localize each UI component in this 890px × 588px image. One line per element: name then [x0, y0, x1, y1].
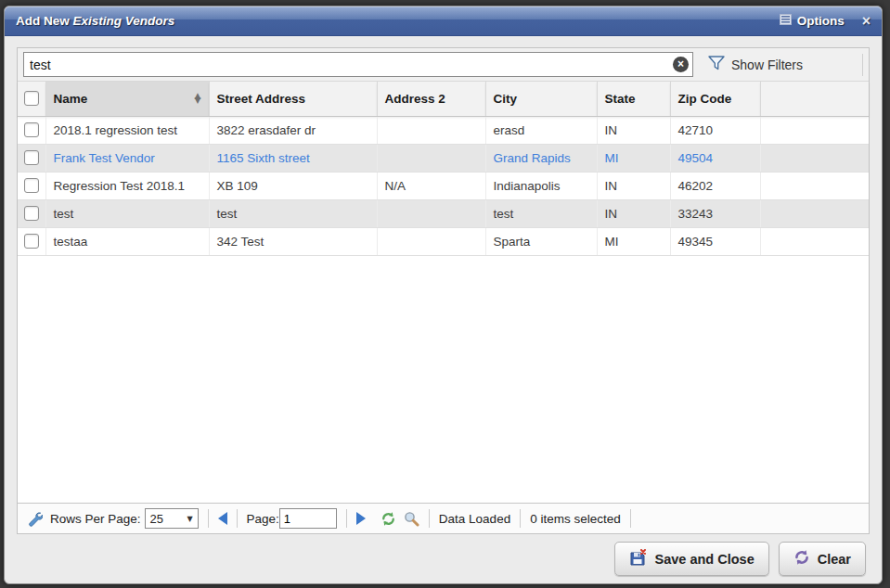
cell-state: MI: [597, 144, 670, 172]
next-page-button[interactable]: [356, 512, 366, 525]
cell-zip: 49504: [670, 144, 760, 172]
close-icon[interactable]: ×: [862, 14, 871, 29]
row-checkbox[interactable]: [24, 150, 39, 165]
cell-zip: 33243: [670, 199, 760, 227]
cell-city: test: [485, 199, 597, 227]
filter-funnel-icon: [708, 56, 725, 73]
select-all-cell: [18, 82, 45, 116]
sort-icon[interactable]: ▲▼: [195, 94, 201, 103]
rows-per-page-select[interactable]: 25 ▼: [145, 508, 199, 529]
clear-search-icon[interactable]: ×: [673, 57, 689, 72]
options-button[interactable]: Options: [780, 14, 845, 28]
cell-street: 1165 Sixth street: [209, 144, 377, 172]
vendor-grid-panel: × Show Filters: [17, 47, 870, 534]
column-header-zip[interactable]: Zip Code: [670, 82, 760, 116]
cell-city: Sparta: [485, 227, 597, 255]
cell-address2: [377, 199, 485, 227]
save-and-close-button[interactable]: Save and Close: [614, 542, 769, 576]
cell-city: Indianapolis: [485, 172, 597, 199]
dialog-titlebar: Add New Existing Vendors Options ×: [5, 6, 882, 36]
cell-city: Grand Rapids: [485, 144, 597, 172]
cell-name: test: [45, 199, 209, 227]
show-filters-button[interactable]: Show Filters: [708, 56, 803, 73]
column-header-extra: [760, 82, 869, 116]
table-row[interactable]: Regression Test 2018.1 XB 109 N/A Indian…: [18, 172, 869, 199]
cell-extra: [760, 199, 869, 227]
cell-street: 3822 erasdafer dr: [209, 116, 377, 144]
search-bar: × Show Filters: [18, 48, 869, 82]
cell-address2: [377, 227, 485, 255]
cell-zip: 42710: [670, 116, 760, 144]
column-header-address2[interactable]: Address 2: [377, 82, 485, 116]
cell-extra: [760, 116, 869, 144]
cell-street: 342 Test: [209, 227, 377, 255]
cell-address2: N/A: [377, 172, 485, 199]
cell-name: testaa: [45, 227, 209, 255]
cell-extra: [760, 227, 869, 255]
row-checkbox[interactable]: [24, 178, 39, 193]
dropdown-arrow-icon: ▼: [187, 515, 192, 523]
clear-button[interactable]: Clear: [779, 542, 866, 576]
footer-divider: [208, 509, 209, 528]
footer-divider: [237, 509, 238, 528]
cell-name: Frank Test Vendor: [45, 144, 209, 172]
refresh-icon[interactable]: [381, 511, 396, 527]
rows-per-page-label: Rows Per Page:: [50, 512, 141, 526]
save-icon: [629, 549, 648, 569]
data-loaded-status: Data Loaded: [439, 512, 510, 526]
previous-page-button[interactable]: [218, 512, 227, 525]
add-existing-vendors-dialog: Add New Existing Vendors Options × ×: [4, 6, 883, 584]
table-row[interactable]: 2018.1 regression test 3822 erasdafer dr…: [18, 116, 869, 144]
cell-name: 2018.1 regression test: [45, 116, 209, 144]
column-header-name[interactable]: Name ▲▼: [45, 82, 209, 116]
clear-label: Clear: [818, 552, 851, 567]
cell-state: IN: [597, 172, 670, 199]
table-row[interactable]: test test test IN 33243: [18, 199, 869, 227]
footer-divider: [429, 509, 430, 528]
column-header-name-label: Name: [54, 92, 88, 106]
footer-divider: [346, 509, 347, 528]
table-header-row: Name ▲▼ Street Address Address 2 City St…: [18, 82, 869, 116]
grid-empty-area: [18, 256, 869, 504]
cell-state: MI: [597, 227, 670, 255]
table-row[interactable]: testaa 342 Test Sparta MI 49345: [18, 227, 869, 255]
cell-city: erasd: [485, 116, 597, 144]
column-header-city[interactable]: City: [485, 82, 597, 116]
options-menu-icon: [780, 14, 792, 28]
row-checkbox[interactable]: [24, 206, 39, 221]
search-input[interactable]: [23, 52, 693, 77]
cell-extra: [760, 172, 869, 199]
cell-address2: [377, 116, 485, 144]
select-all-checkbox[interactable]: [24, 91, 39, 106]
row-checkbox[interactable]: [24, 122, 39, 137]
footer-divider: [630, 509, 631, 528]
cell-zip: 49345: [670, 227, 760, 255]
cell-street: test: [209, 199, 377, 227]
search-bar-divider: [862, 54, 863, 76]
search-magnifier-icon[interactable]: [404, 511, 419, 527]
cell-state: IN: [597, 116, 670, 144]
settings-wrench-icon[interactable]: [27, 511, 43, 527]
table-row[interactable]: Frank Test Vendor 1165 Sixth street Gran…: [18, 144, 869, 172]
row-checkbox[interactable]: [24, 234, 39, 249]
show-filters-label: Show Filters: [731, 58, 803, 72]
rows-per-page-value: 25: [150, 512, 163, 526]
footer-divider: [520, 509, 521, 528]
items-selected-status: 0 items selected: [530, 512, 621, 526]
column-header-street[interactable]: Street Address: [209, 82, 377, 116]
save-and-close-label: Save and Close: [655, 552, 755, 567]
column-header-state[interactable]: State: [597, 82, 670, 116]
cell-state: IN: [597, 199, 670, 227]
cell-zip: 46202: [670, 172, 760, 199]
cell-street: XB 109: [209, 172, 377, 199]
cell-name: Regression Test 2018.1: [45, 172, 209, 199]
dialog-title: Add New Existing Vendors: [16, 14, 174, 28]
dialog-action-bar: Save and Close Clear: [5, 534, 882, 583]
grid-footer: Rows Per Page: 25 ▼ Page: Data Loaded: [18, 503, 869, 533]
cell-extra: [760, 144, 869, 172]
dialog-title-main: Add New: [16, 14, 70, 28]
page-number-input[interactable]: [279, 508, 337, 529]
vendors-table: Name ▲▼ Street Address Address 2 City St…: [18, 82, 869, 256]
dialog-title-entity: Existing Vendors: [73, 14, 175, 28]
clear-refresh-icon: [793, 549, 810, 569]
